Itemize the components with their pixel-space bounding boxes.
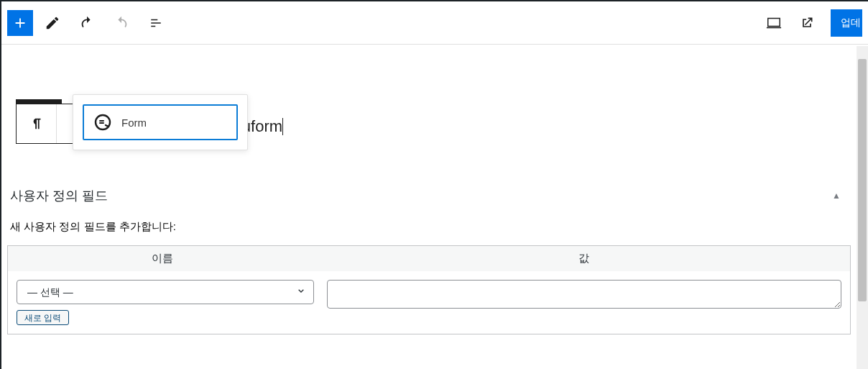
custom-fields-title: 사용자 정의 필드 (10, 187, 108, 204)
update-button[interactable]: 업데 (831, 9, 862, 37)
app-frame: 업데 Form /quform (1, 1, 868, 369)
toolbar-right-group: 업데 (759, 8, 862, 38)
redo-button (106, 8, 137, 38)
custom-fields-header[interactable]: 사용자 정의 필드 ▲ (7, 180, 851, 214)
add-block-button[interactable] (7, 10, 33, 36)
desktop-icon (766, 15, 782, 31)
paragraph-icon (29, 116, 45, 132)
document-outline-button[interactable] (141, 8, 171, 38)
undo-button[interactable] (72, 8, 102, 38)
name-column: — 선택 — 새로 입력 (17, 280, 314, 325)
quform-icon (94, 114, 111, 131)
value-column (327, 280, 841, 325)
block-option-label: Form (121, 117, 147, 129)
name-select-wrap: — 선택 — (17, 280, 314, 304)
table-header-row: 이름 값 (8, 246, 850, 271)
outline-icon (149, 17, 163, 29)
plus-icon (12, 15, 28, 31)
new-input-button[interactable]: 새로 입력 (17, 310, 69, 325)
custom-fields-table: 이름 값 — 선택 — 새로 입력 (7, 245, 851, 334)
col-header-value: 값 (317, 246, 850, 271)
external-link-icon (800, 16, 814, 30)
block-type-button[interactable] (17, 104, 57, 143)
preview-external-button[interactable] (792, 8, 822, 38)
edit-mode-button[interactable] (37, 8, 68, 38)
pencil-icon (45, 15, 60, 31)
toolbar-left-group (7, 8, 171, 38)
block-option-form[interactable]: Form (83, 104, 238, 140)
custom-fields-subheading: 새 사용자 정의 필드를 추가합니다: (7, 214, 851, 245)
block-suggestion-popover: Form (73, 94, 248, 150)
custom-field-name-select[interactable]: — 선택 — (17, 280, 314, 304)
editor-content-area[interactable]: Form /quform (1, 46, 857, 144)
editor-canvas: Form /quform 사용자 정의 필드 ▲ 새 사용자 정의 필드를 추가… (1, 46, 857, 369)
block-toolbar: Form (16, 104, 226, 144)
undo-icon (79, 15, 95, 31)
redo-icon (114, 15, 129, 31)
table-body-row: — 선택 — 새로 입력 (8, 271, 850, 334)
top-toolbar: 업데 (1, 1, 868, 45)
text-caret (282, 118, 283, 135)
vertical-scrollbar[interactable] (857, 46, 868, 369)
collapse-caret-icon: ▲ (832, 191, 848, 201)
col-header-name: 이름 (8, 246, 317, 271)
scrollbar-thumb[interactable] (858, 59, 867, 301)
custom-field-value-textarea[interactable] (327, 280, 841, 309)
view-button[interactable] (759, 8, 789, 38)
custom-fields-panel: 사용자 정의 필드 ▲ 새 사용자 정의 필드를 추가합니다: 이름 값 — 선… (1, 180, 857, 356)
